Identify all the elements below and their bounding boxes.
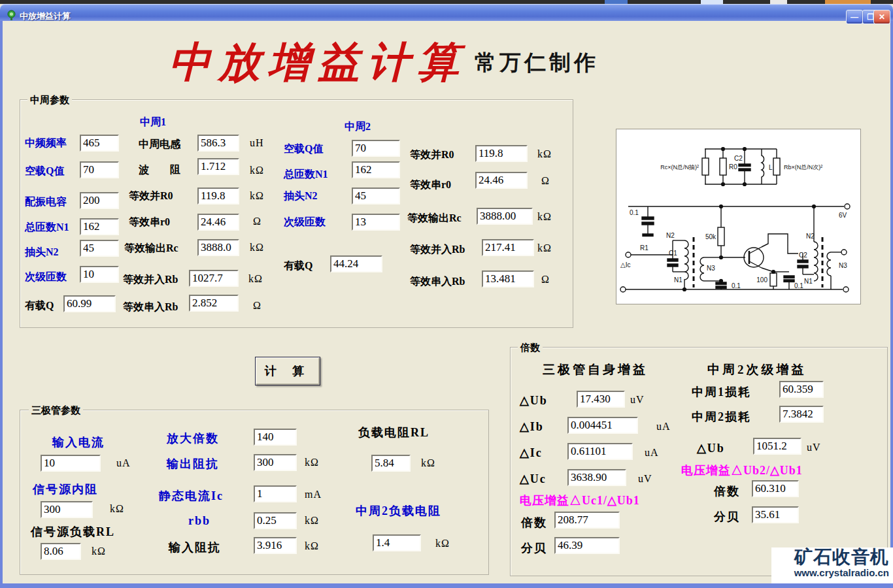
label-z1-series-r0: 等效串r0 [129, 216, 170, 229]
label-output-impedance: 输出阻抗 [167, 456, 219, 472]
field-z1-loss[interactable] [779, 381, 824, 398]
field-r-series-r0[interactable] [475, 172, 528, 189]
unit-delta-ub2: uV [807, 442, 821, 453]
field-db-2[interactable] [752, 506, 799, 523]
field-source-resistance[interactable] [41, 501, 93, 518]
label-z1-wave-impedance: 波 阻 [139, 163, 180, 177]
unit-delta-ic: uA [645, 447, 659, 459]
calculate-button[interactable]: 计 算 [255, 357, 320, 385]
field-unloaded-q[interactable] [80, 161, 119, 178]
field-secondary-turns[interactable] [80, 266, 119, 283]
label-input-current: 输入电流 [52, 434, 105, 450]
field-delta-ib[interactable] [567, 417, 638, 434]
field-z2-loss[interactable] [779, 406, 824, 423]
field-total-turns-n1[interactable] [80, 218, 119, 235]
field-output-impedance[interactable] [254, 454, 297, 471]
field-input-current[interactable] [41, 455, 101, 472]
group-transistor-caption: 三极管参数 [29, 404, 83, 417]
field-z1-wave-impedance[interactable] [197, 158, 239, 175]
field-z1-series-rb[interactable] [189, 295, 239, 312]
field-tap-n2[interactable] [80, 240, 119, 257]
circuit-label-cap01c: 0.1 [794, 282, 803, 289]
unit-input-impedance: kΩ [305, 540, 319, 552]
unit-delta-ib: uA [656, 421, 671, 433]
label-z2-total-turns: 总匝数N1 [284, 168, 328, 182]
author-credit: 常万仁制作 [475, 48, 599, 78]
minimize-button[interactable]: — [846, 10, 863, 24]
field-r-parallel-rb[interactable] [482, 239, 534, 256]
close-button[interactable]: ✕ [873, 10, 890, 24]
unit-delta-uc: uV [638, 473, 652, 485]
title-bar: 中放增益计算 — ❐ ✕ [0, 4, 893, 21]
field-input-impedance[interactable] [254, 537, 297, 554]
field-r-output-rc[interactable] [477, 208, 533, 225]
unit-z1-wave-impedance: kΩ [250, 165, 264, 176]
unit-quiescent-ic: mA [305, 489, 322, 500]
field-z1-inductance[interactable] [197, 135, 239, 152]
field-z1-output-rc[interactable] [197, 239, 239, 256]
field-z2-load[interactable] [373, 534, 421, 551]
application-window: 中放增益计算 — ❐ ✕ 中放增益计算 常万仁制作 中周参数 中频频率 空载Q值… [0, 0, 893, 588]
label-z2-load: 中周2负载电阻 [356, 503, 441, 519]
field-r-parallel-r0[interactable] [475, 145, 528, 162]
label-total-turns-n1: 总匝数N1 [25, 221, 69, 235]
field-z1-parallel-r0[interactable] [197, 188, 239, 204]
unit-z1-parallel-rb: kΩ [248, 273, 263, 285]
field-z2-total-turns[interactable] [352, 161, 400, 178]
circuit-label-n2b: N2 [806, 233, 815, 240]
label-r-series-rb: 等效串入Rb [410, 275, 465, 289]
field-z2-tap-n2[interactable] [352, 188, 400, 204]
unit-delta-ub1: uV [630, 394, 645, 406]
circuit-label-r0: R0 [729, 163, 737, 171]
field-db-1[interactable] [554, 537, 620, 554]
field-delta-uc[interactable] [567, 469, 626, 486]
unit-z1-series-r0: Ω [253, 216, 261, 227]
header-z2-secondary-gain: 中周2次级增益 [707, 361, 807, 378]
field-r-series-rb[interactable] [482, 270, 534, 287]
field-quiescent-ic[interactable] [254, 485, 297, 502]
field-loaded-q-1[interactable] [63, 295, 116, 312]
field-z1-parallel-rb[interactable] [189, 270, 239, 287]
header-zhongzhou1: 中周1 [140, 116, 166, 129]
field-rbb[interactable] [254, 512, 297, 529]
field-loaded-q-2[interactable] [330, 255, 382, 272]
field-load-rl[interactable] [371, 455, 411, 472]
circuit-label-rc: Rc×(N总/N抽)² [660, 164, 699, 171]
label-r-series-r0: 等效串r0 [410, 178, 451, 192]
app-icon[interactable] [6, 10, 17, 21]
label-quiescent-ic: 静态电流Ic [159, 488, 224, 504]
label-loaded-q-2: 有载Q [284, 259, 312, 273]
field-amplification[interactable] [254, 429, 297, 446]
label-input-impedance: 输入阻抗 [169, 540, 221, 555]
label-delta-ub2: △Ub [697, 441, 725, 455]
field-z1-series-r0[interactable] [197, 214, 239, 231]
label-z1-output-rc: 等效输出Rc [124, 242, 178, 255]
label-db-1: 分贝 [521, 540, 547, 556]
circuit-label-50k: 50k [705, 233, 716, 240]
field-z2-secondary-turns[interactable] [352, 214, 400, 231]
field-delta-ic[interactable] [567, 443, 633, 460]
circuit-diagram: Rc×(N总/N抽)² R0 C2 L Rb×(N总/N次)² 6V 0.1 △… [616, 129, 861, 304]
field-delta-ub2[interactable] [753, 438, 801, 455]
circuit-label-c1a: C1 [669, 250, 677, 257]
field-z2-unloaded-q[interactable] [352, 140, 400, 157]
circuit-label-n3a: N3 [707, 265, 715, 272]
watermark: 矿石收音机 www.crystalradio.cn [771, 547, 893, 583]
label-r-parallel-rb: 等效并入Rb [410, 243, 465, 257]
formula-voltage-gain-1: 电压增益△Uc1/△Ub1 [520, 493, 640, 508]
field-if-frequency[interactable] [80, 135, 119, 152]
field-source-load-rl[interactable] [41, 543, 81, 560]
unit-z1-inductance: uH [250, 137, 264, 149]
label-delta-ib: △Ib [520, 419, 544, 434]
label-amplification: 放大倍数 [167, 431, 219, 446]
header-zhongzhou2: 中周2 [345, 120, 371, 134]
label-delta-ic: △Ic [520, 446, 543, 460]
field-ratio-1[interactable] [554, 512, 620, 529]
field-ratio-2[interactable] [752, 480, 799, 497]
circuit-label-cap01b: 0.1 [732, 282, 741, 289]
unit-rbb: kΩ [305, 515, 319, 527]
label-source-resistance: 信号源内阻 [33, 482, 98, 497]
field-tuning-cap[interactable] [80, 192, 119, 209]
field-delta-ub1[interactable] [577, 391, 625, 408]
circuit-label-c2: C2 [734, 155, 743, 162]
